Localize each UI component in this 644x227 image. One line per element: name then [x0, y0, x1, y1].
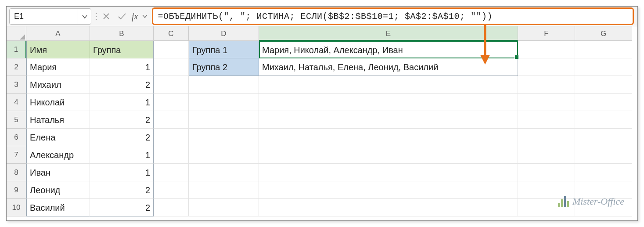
cell-C6[interactable] — [154, 129, 189, 146]
cell-D3[interactable] — [189, 76, 259, 94]
cell-E8[interactable] — [259, 164, 518, 181]
row-header-9[interactable]: 9 — [7, 181, 26, 199]
cell-G8[interactable] — [575, 164, 632, 181]
cell-B6[interactable]: 2 — [90, 129, 154, 146]
name-box-dropdown[interactable] — [78, 9, 91, 24]
row-header-7[interactable]: 7 — [7, 146, 26, 164]
name-box-input[interactable] — [10, 9, 78, 24]
cell-D5[interactable] — [189, 111, 259, 129]
cell-D10[interactable] — [189, 199, 259, 216]
cell-A3[interactable]: Михаил — [26, 76, 90, 94]
cell-D7[interactable] — [189, 146, 259, 164]
cell-B9[interactable]: 2 — [90, 181, 154, 199]
cell-F1[interactable] — [518, 41, 575, 58]
cell-C2[interactable] — [154, 58, 189, 76]
cell-D6[interactable] — [189, 129, 259, 146]
cell-C8[interactable] — [154, 164, 189, 181]
watermark-text: Mister-Office — [572, 196, 624, 207]
cell-A5[interactable]: Наталья — [26, 111, 90, 129]
cell-B10[interactable]: 2 — [90, 199, 154, 216]
row-header-1[interactable]: 1 — [7, 41, 26, 58]
cell-B7[interactable]: 1 — [90, 146, 154, 164]
cell-A4[interactable]: Николай — [26, 94, 90, 111]
cell-C7[interactable] — [154, 146, 189, 164]
cell-G7[interactable] — [575, 146, 632, 164]
cell-E1[interactable]: Мария, Николай, Александр, Иван — [259, 41, 518, 58]
row-header-4[interactable]: 4 — [7, 94, 26, 111]
chevron-down-icon — [82, 14, 88, 20]
cell-B4[interactable]: 1 — [90, 94, 154, 111]
cell-A2[interactable]: Мария — [26, 58, 90, 76]
cell-C9[interactable] — [154, 181, 189, 199]
col-header-F[interactable]: F — [518, 26, 575, 41]
cell-G2[interactable] — [575, 58, 632, 76]
cell-G1[interactable] — [575, 41, 632, 58]
cell-C3[interactable] — [154, 76, 189, 94]
row-header-3[interactable]: 3 — [7, 76, 26, 94]
row-header-2[interactable]: 2 — [7, 58, 26, 76]
cell-E9[interactable] — [259, 181, 518, 199]
cell-A1[interactable]: Имя — [26, 41, 90, 58]
cell-A7[interactable]: Александр — [26, 146, 90, 164]
cell-A9[interactable]: Леонид — [26, 181, 90, 199]
cell-G3[interactable] — [575, 76, 632, 94]
cell-D8[interactable] — [189, 164, 259, 181]
cell-B5[interactable]: 2 — [90, 111, 154, 129]
col-header-E[interactable]: E — [259, 26, 518, 41]
col-header-D[interactable]: D — [189, 26, 259, 41]
enter-button[interactable] — [114, 7, 130, 26]
formula-expand[interactable] — [140, 7, 150, 26]
cell-A10[interactable]: Василий — [26, 199, 90, 216]
row-header-6[interactable]: 6 — [7, 129, 26, 146]
watermark-bars-icon — [558, 196, 569, 207]
cell-E3[interactable] — [259, 76, 518, 94]
cell-C4[interactable] — [154, 94, 189, 111]
col-header-B[interactable]: B — [90, 26, 154, 41]
watermark: Mister-Office — [558, 196, 624, 207]
cancel-button[interactable] — [98, 7, 114, 26]
cell-B3[interactable]: 2 — [90, 76, 154, 94]
chevron-down-icon — [142, 13, 148, 19]
cell-E6[interactable] — [259, 129, 518, 146]
cell-C1[interactable] — [154, 41, 189, 58]
cell-B8[interactable]: 1 — [90, 164, 154, 181]
cell-F2[interactable] — [518, 58, 575, 76]
spreadsheet-grid[interactable]: A B C D E F G 1 Имя Группа Группа 1 Мари… — [7, 26, 637, 216]
cell-F3[interactable] — [518, 76, 575, 94]
cell-F7[interactable] — [518, 146, 575, 164]
formula-input[interactable] — [158, 11, 628, 22]
cell-E10[interactable] — [259, 199, 518, 216]
col-header-A[interactable]: A — [26, 26, 90, 41]
cell-G4[interactable] — [575, 94, 632, 111]
cell-G6[interactable] — [575, 129, 632, 146]
row-header-10[interactable]: 10 — [7, 199, 26, 216]
cell-D1[interactable]: Группа 1 — [189, 41, 259, 58]
cell-G5[interactable] — [575, 111, 632, 129]
name-box-wrap — [9, 8, 91, 25]
cell-A6[interactable]: Елена — [26, 129, 90, 146]
cell-F6[interactable] — [518, 129, 575, 146]
col-header-G[interactable]: G — [575, 26, 632, 41]
cell-F4[interactable] — [518, 94, 575, 111]
cell-B1[interactable]: Группа — [90, 41, 154, 58]
select-all-corner[interactable] — [7, 26, 26, 41]
cell-F8[interactable] — [518, 164, 575, 181]
cell-C10[interactable] — [154, 199, 189, 216]
check-icon — [118, 12, 126, 20]
cell-D9[interactable] — [189, 181, 259, 199]
cell-E7[interactable] — [259, 146, 518, 164]
col-header-C[interactable]: C — [154, 26, 189, 41]
cell-D2[interactable]: Группа 2 — [189, 58, 259, 76]
cell-E2[interactable]: Михаил, Наталья, Елена, Леонид, Василий — [259, 58, 518, 76]
cell-E5[interactable] — [259, 111, 518, 129]
row-header-8[interactable]: 8 — [7, 164, 26, 181]
cell-F5[interactable] — [518, 111, 575, 129]
cell-A8[interactable]: Иван — [26, 164, 90, 181]
cell-C5[interactable] — [154, 111, 189, 129]
formula-highlight-box — [152, 7, 634, 25]
row-header-5[interactable]: 5 — [7, 111, 26, 129]
cell-E4[interactable] — [259, 94, 518, 111]
fx-label[interactable]: fx — [130, 7, 140, 26]
cell-D4[interactable] — [189, 94, 259, 111]
cell-B2[interactable]: 1 — [90, 58, 154, 76]
